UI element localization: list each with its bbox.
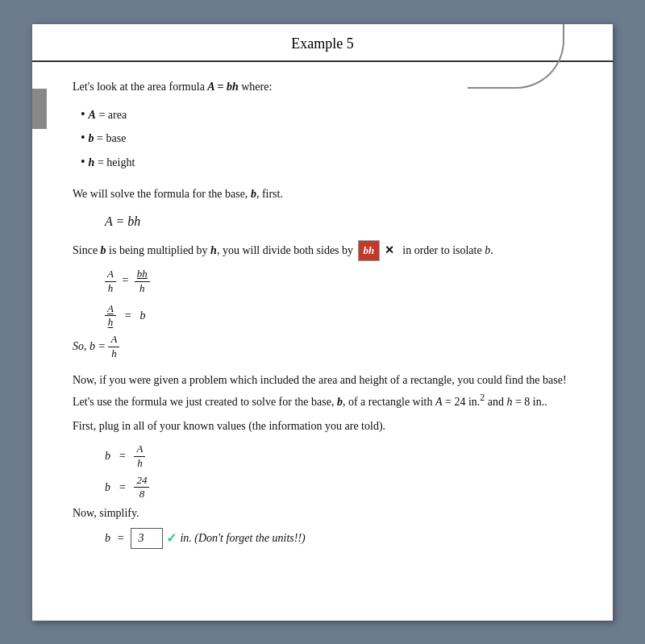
bullet-b: b = base bbox=[81, 127, 580, 148]
since-paragraph: Since b is being multiplied by h, you wi… bbox=[73, 240, 580, 261]
fraction-step-2: A h = b bbox=[105, 302, 580, 330]
title-text: Example 5 bbox=[291, 35, 353, 52]
frac-step1: A h bbox=[134, 442, 145, 471]
frac-left: A h bbox=[105, 268, 116, 296]
intro-text-after: where: bbox=[241, 81, 272, 93]
times-symbol: ✕ bbox=[385, 244, 394, 256]
answer-input[interactable]: 3 bbox=[131, 528, 163, 549]
variable-list: A = area b = base h = height bbox=[73, 104, 580, 172]
answer-line: b = 3 ✓ in. (Don't forget the units!!) bbox=[105, 528, 580, 549]
step-b-24-over-8: b = 24 8 bbox=[105, 474, 580, 502]
main-formula: A = bh bbox=[207, 81, 238, 93]
frac-a-over-h: A h bbox=[105, 302, 116, 330]
plug-in-line: First, plug in all of your known values … bbox=[73, 418, 580, 435]
frac-so: A h bbox=[108, 333, 119, 361]
so-line: So, b = A h bbox=[73, 333, 580, 361]
highlight-bh: bh bbox=[358, 240, 381, 261]
bullet-A: A = area bbox=[81, 104, 580, 125]
solve-intro: We will solve the formula for the base, … bbox=[73, 185, 580, 203]
check-icon: ✓ bbox=[166, 528, 177, 549]
fraction-step-1: A h = bh h bbox=[105, 268, 580, 296]
page-container: Example 5 Let's look at the area formula… bbox=[32, 24, 613, 621]
intro-text-before: Let's look at the area formula bbox=[73, 81, 207, 93]
and-text: and bbox=[488, 396, 504, 408]
intro-line: Let's look at the area formula A = bh wh… bbox=[73, 78, 580, 96]
answer-suffix: in. (Don't forget the units!!) bbox=[180, 530, 305, 547]
now-paragraph: Now, if you were given a problem which i… bbox=[73, 371, 580, 411]
left-tab bbox=[32, 89, 47, 129]
frac-right: bh h bbox=[135, 268, 150, 296]
main-content: Let's look at the area formula A = bh wh… bbox=[32, 62, 613, 569]
result-b: b bbox=[139, 307, 145, 325]
formula-abh: A = bh bbox=[105, 211, 580, 232]
page-title: Example 5 bbox=[32, 24, 613, 62]
frac-step2: 24 8 bbox=[134, 474, 149, 502]
step-b-a-over-h: b = A h bbox=[105, 442, 580, 471]
simplify-label: Now, simplify. bbox=[73, 505, 580, 522]
bullet-h: h = height bbox=[81, 152, 580, 172]
